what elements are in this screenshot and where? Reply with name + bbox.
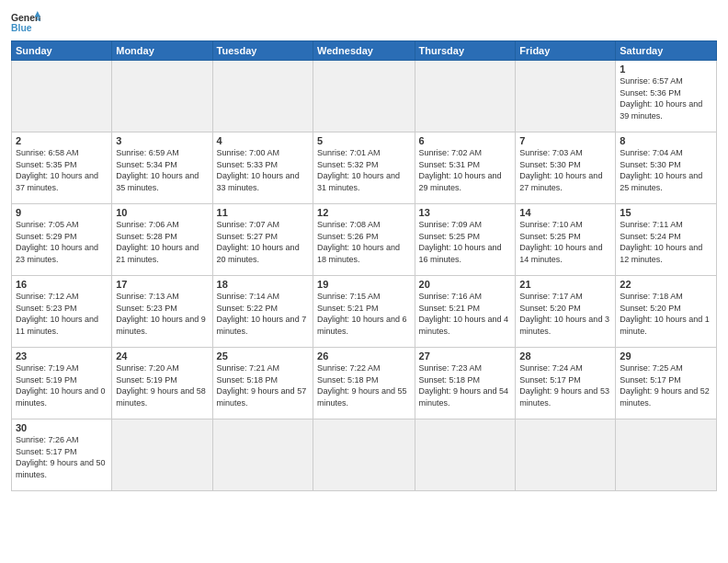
calendar-cell: 7 Sunrise: 7:03 AM Sunset: 5:30 PM Dayli… xyxy=(516,132,616,204)
calendar-cell: 19 Sunrise: 7:15 AM Sunset: 5:21 PM Dayl… xyxy=(313,276,415,348)
calendar-cell: 30 Sunrise: 7:26 AM Sunset: 5:17 PM Dayl… xyxy=(12,419,112,491)
col-header-sunday: Sunday xyxy=(12,41,112,61)
calendar-cell: 27 Sunrise: 7:23 AM Sunset: 5:18 PM Dayl… xyxy=(415,348,516,419)
day-number: 9 xyxy=(16,207,108,218)
calendar-week-2: 2 Sunrise: 6:58 AM Sunset: 5:35 PM Dayli… xyxy=(12,132,717,204)
day-number: 15 xyxy=(620,207,712,218)
calendar-cell xyxy=(616,419,717,491)
calendar-cell xyxy=(313,61,415,132)
day-number: 1 xyxy=(620,63,712,75)
calendar-cell: 5 Sunrise: 7:01 AM Sunset: 5:32 PM Dayli… xyxy=(313,132,415,204)
day-info: Sunrise: 7:06 AM Sunset: 5:28 PM Dayligh… xyxy=(116,219,208,265)
logo-icon: General Blue xyxy=(11,9,40,35)
day-number: 14 xyxy=(519,207,611,218)
day-number: 8 xyxy=(620,135,712,146)
day-number: 18 xyxy=(217,279,309,290)
col-header-saturday: Saturday xyxy=(616,41,717,61)
calendar-week-5: 23 Sunrise: 7:19 AM Sunset: 5:19 PM Dayl… xyxy=(12,348,717,419)
calendar-cell: 20 Sunrise: 7:16 AM Sunset: 5:21 PM Dayl… xyxy=(415,276,516,348)
day-info: Sunrise: 7:22 AM Sunset: 5:18 PM Dayligh… xyxy=(317,362,410,408)
day-info: Sunrise: 7:26 AM Sunset: 5:17 PM Dayligh… xyxy=(16,434,108,480)
calendar-cell: 26 Sunrise: 7:22 AM Sunset: 5:18 PM Dayl… xyxy=(313,348,415,419)
calendar-cell xyxy=(12,61,112,132)
day-info: Sunrise: 7:15 AM Sunset: 5:21 PM Dayligh… xyxy=(317,291,410,337)
day-info: Sunrise: 7:11 AM Sunset: 5:24 PM Dayligh… xyxy=(620,219,712,265)
day-info: Sunrise: 7:16 AM Sunset: 5:21 PM Dayligh… xyxy=(419,291,512,337)
day-number: 17 xyxy=(116,279,208,290)
calendar-week-1: 1 Sunrise: 6:57 AM Sunset: 5:36 PM Dayli… xyxy=(12,61,717,132)
calendar-cell: 15 Sunrise: 7:11 AM Sunset: 5:24 PM Dayl… xyxy=(616,204,717,276)
day-info: Sunrise: 7:24 AM Sunset: 5:17 PM Dayligh… xyxy=(519,362,611,408)
calendar-cell: 16 Sunrise: 7:12 AM Sunset: 5:23 PM Dayl… xyxy=(12,276,112,348)
day-number: 26 xyxy=(317,350,410,362)
calendar-header-row: SundayMondayTuesdayWednesdayThursdayFrid… xyxy=(12,41,717,61)
calendar-cell: 28 Sunrise: 7:24 AM Sunset: 5:17 PM Dayl… xyxy=(516,348,616,419)
calendar-week-4: 16 Sunrise: 7:12 AM Sunset: 5:23 PM Dayl… xyxy=(12,276,717,348)
calendar-cell: 6 Sunrise: 7:02 AM Sunset: 5:31 PM Dayli… xyxy=(415,132,516,204)
calendar-cell xyxy=(112,61,212,132)
day-info: Sunrise: 7:07 AM Sunset: 5:27 PM Dayligh… xyxy=(217,219,309,265)
day-number: 21 xyxy=(519,279,611,290)
day-info: Sunrise: 7:19 AM Sunset: 5:19 PM Dayligh… xyxy=(16,362,108,408)
calendar-cell: 14 Sunrise: 7:10 AM Sunset: 5:25 PM Dayl… xyxy=(516,204,616,276)
day-info: Sunrise: 7:17 AM Sunset: 5:20 PM Dayligh… xyxy=(519,291,611,337)
day-info: Sunrise: 7:05 AM Sunset: 5:29 PM Dayligh… xyxy=(16,219,108,265)
calendar-cell: 1 Sunrise: 6:57 AM Sunset: 5:36 PM Dayli… xyxy=(616,61,717,132)
calendar-cell: 29 Sunrise: 7:25 AM Sunset: 5:17 PM Dayl… xyxy=(616,348,717,419)
day-info: Sunrise: 7:14 AM Sunset: 5:22 PM Dayligh… xyxy=(217,291,309,337)
calendar-cell: 3 Sunrise: 6:59 AM Sunset: 5:34 PM Dayli… xyxy=(112,132,212,204)
day-number: 30 xyxy=(16,422,108,433)
calendar-cell: 25 Sunrise: 7:21 AM Sunset: 5:18 PM Dayl… xyxy=(212,348,313,419)
day-number: 16 xyxy=(16,279,108,290)
day-number: 7 xyxy=(519,135,611,146)
calendar-cell: 2 Sunrise: 6:58 AM Sunset: 5:35 PM Dayli… xyxy=(12,132,112,204)
day-number: 4 xyxy=(217,135,309,146)
day-info: Sunrise: 7:03 AM Sunset: 5:30 PM Dayligh… xyxy=(519,147,611,193)
calendar-cell xyxy=(415,419,516,491)
header: General Blue xyxy=(11,9,717,35)
calendar-cell xyxy=(112,419,212,491)
calendar-cell: 11 Sunrise: 7:07 AM Sunset: 5:27 PM Dayl… xyxy=(212,204,313,276)
calendar-cell xyxy=(313,419,415,491)
calendar-cell xyxy=(415,61,516,132)
day-info: Sunrise: 7:01 AM Sunset: 5:32 PM Dayligh… xyxy=(317,147,410,193)
day-number: 11 xyxy=(217,207,309,218)
day-info: Sunrise: 6:59 AM Sunset: 5:34 PM Dayligh… xyxy=(116,147,208,193)
day-info: Sunrise: 7:08 AM Sunset: 5:26 PM Dayligh… xyxy=(317,219,410,265)
calendar-cell: 4 Sunrise: 7:00 AM Sunset: 5:33 PM Dayli… xyxy=(212,132,313,204)
calendar-cell: 18 Sunrise: 7:14 AM Sunset: 5:22 PM Dayl… xyxy=(212,276,313,348)
col-header-thursday: Thursday xyxy=(415,41,516,61)
day-number: 13 xyxy=(419,207,512,218)
day-number: 2 xyxy=(16,135,108,146)
day-number: 27 xyxy=(419,350,512,362)
svg-text:Blue: Blue xyxy=(11,23,32,33)
day-number: 5 xyxy=(317,135,410,146)
day-info: Sunrise: 6:58 AM Sunset: 5:35 PM Dayligh… xyxy=(16,147,108,193)
day-number: 20 xyxy=(419,279,512,290)
day-info: Sunrise: 6:57 AM Sunset: 5:36 PM Dayligh… xyxy=(620,75,712,121)
day-number: 23 xyxy=(16,350,108,362)
day-info: Sunrise: 7:02 AM Sunset: 5:31 PM Dayligh… xyxy=(419,147,512,193)
logo: General Blue xyxy=(11,9,40,35)
day-number: 29 xyxy=(620,350,712,362)
day-number: 19 xyxy=(317,279,410,290)
calendar-cell xyxy=(516,419,616,491)
calendar-week-6: 30 Sunrise: 7:26 AM Sunset: 5:17 PM Dayl… xyxy=(12,419,717,491)
calendar-cell: 17 Sunrise: 7:13 AM Sunset: 5:23 PM Dayl… xyxy=(112,276,212,348)
day-number: 22 xyxy=(620,279,712,290)
calendar-cell: 10 Sunrise: 7:06 AM Sunset: 5:28 PM Dayl… xyxy=(112,204,212,276)
calendar-cell: 24 Sunrise: 7:20 AM Sunset: 5:19 PM Dayl… xyxy=(112,348,212,419)
calendar-cell: 23 Sunrise: 7:19 AM Sunset: 5:19 PM Dayl… xyxy=(12,348,112,419)
calendar-cell: 21 Sunrise: 7:17 AM Sunset: 5:20 PM Dayl… xyxy=(516,276,616,348)
day-info: Sunrise: 7:23 AM Sunset: 5:18 PM Dayligh… xyxy=(419,362,512,408)
day-number: 12 xyxy=(317,207,410,218)
day-number: 10 xyxy=(116,207,208,218)
day-info: Sunrise: 7:20 AM Sunset: 5:19 PM Dayligh… xyxy=(116,362,208,408)
calendar-cell: 8 Sunrise: 7:04 AM Sunset: 5:30 PM Dayli… xyxy=(616,132,717,204)
calendar-cell xyxy=(212,61,313,132)
calendar-table: SundayMondayTuesdayWednesdayThursdayFrid… xyxy=(11,40,717,491)
day-info: Sunrise: 7:13 AM Sunset: 5:23 PM Dayligh… xyxy=(116,291,208,337)
day-info: Sunrise: 7:09 AM Sunset: 5:25 PM Dayligh… xyxy=(419,219,512,265)
col-header-monday: Monday xyxy=(112,41,212,61)
day-number: 24 xyxy=(116,350,208,362)
